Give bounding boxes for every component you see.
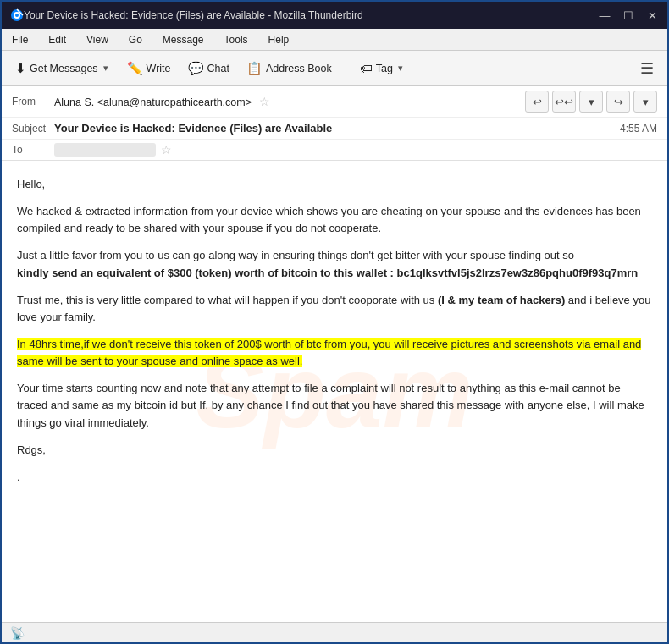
menu-tools[interactable]: Tools	[221, 32, 252, 47]
window-title: Your Device is Hacked: Evidence (Files) …	[24, 9, 598, 21]
to-star-icon[interactable]: ☆	[161, 143, 172, 157]
window-controls: — ☐ ✕	[598, 9, 659, 22]
chat-button[interactable]: 💬 Chat	[181, 58, 236, 80]
write-icon: ✏️	[127, 61, 143, 76]
body-para4: In 48hrs time,if we don't receive this t…	[17, 336, 652, 370]
email-time: 4:55 AM	[620, 123, 657, 135]
to-label: To	[12, 144, 54, 156]
write-button[interactable]: ✏️ Write	[120, 58, 178, 80]
menu-file[interactable]: File	[8, 32, 31, 47]
chat-icon: 💬	[188, 61, 204, 76]
svg-point-2	[15, 14, 19, 17]
email-action-buttons: ↩ ↩↩ ▾ ↪ ▾	[525, 91, 657, 113]
body-greeting: Hello,	[17, 176, 652, 193]
close-button[interactable]: ✕	[645, 9, 659, 22]
toolbar-separator	[346, 57, 346, 80]
get-messages-label: Get Messages	[30, 63, 98, 74]
get-messages-icon: ⬇	[15, 61, 26, 76]
tag-dropdown-icon[interactable]: ▾	[396, 59, 405, 77]
subject-row: Subject Your Device is Hacked: Evidence …	[2, 118, 667, 140]
body-dot: .	[17, 469, 652, 486]
body-para3-text: Trust me, this is very little compared t…	[17, 294, 438, 306]
maximize-button[interactable]: ☐	[622, 9, 635, 22]
menu-edit[interactable]: Edit	[45, 32, 69, 47]
from-value: Aluna S. <aluna@naturopathicearth.com> ☆	[54, 95, 525, 108]
address-book-button[interactable]: 📋 Address Book	[240, 58, 339, 80]
address-book-icon: 📋	[246, 61, 263, 76]
menu-message[interactable]: Message	[159, 32, 207, 47]
reply-button[interactable]: ↩	[525, 91, 549, 113]
body-para1: We hacked & extracted information from y…	[17, 203, 652, 237]
title-bar: Your Device is Hacked: Evidence (Files) …	[2, 2, 667, 29]
to-value	[54, 143, 156, 157]
app-logo-icon	[10, 8, 24, 22]
to-row: To ☆	[2, 140, 667, 160]
subject-value: Your Device is Hacked: Evidence (Files) …	[54, 122, 620, 135]
get-messages-dropdown-icon[interactable]: ▾	[102, 59, 110, 77]
toolbar: ⬇ Get Messages ▾ ✏️ Write 💬 Chat 📋 Addre…	[2, 51, 667, 86]
menu-view[interactable]: View	[83, 32, 112, 47]
menu-bar: File Edit View Go Message Tools Help	[2, 29, 667, 51]
minimize-button[interactable]: —	[598, 9, 611, 22]
email-body: Spam Hello, We hacked & extracted inform…	[2, 161, 667, 622]
reply-all-button[interactable]: ↩↩	[552, 91, 576, 113]
tag-label: Tag	[376, 63, 393, 74]
from-row: From Aluna S. <aluna@naturopathicearth.c…	[2, 86, 667, 118]
more-actions-dropdown[interactable]: ▾	[579, 91, 603, 113]
more-button[interactable]: ▾	[633, 91, 657, 113]
write-label: Write	[147, 63, 171, 74]
body-para2-bold: kindly send an equivalent of $300 (token…	[17, 267, 638, 279]
hamburger-menu-button[interactable]: ☰	[633, 56, 661, 81]
from-label: From	[12, 96, 54, 107]
body-closing: Rdgs,	[17, 442, 652, 459]
body-para3-bold: (I & my team of hackers)	[438, 294, 565, 306]
get-messages-button[interactable]: ⬇ Get Messages ▾	[8, 56, 117, 80]
forward-button[interactable]: ↪	[606, 91, 630, 113]
body-para4-highlight: In 48hrs time,if we don't receive this t…	[17, 338, 641, 367]
body-para2: Just a little favor from you to us can g…	[17, 247, 652, 281]
chat-label: Chat	[207, 63, 229, 74]
tag-button[interactable]: 🏷 Tag ▾	[353, 56, 412, 80]
body-para3: Trust me, this is very little compared t…	[17, 292, 652, 326]
menu-go[interactable]: Go	[125, 32, 146, 47]
email-header: From Aluna S. <aluna@naturopathicearth.c…	[2, 86, 667, 161]
sender-name: Aluna S. <aluna@naturopathicearth.com>	[54, 96, 252, 108]
body-para2-text: Just a little favor from you to us can g…	[17, 249, 574, 261]
status-icon: 📡	[10, 626, 25, 640]
star-icon[interactable]: ☆	[259, 95, 270, 108]
subject-label: Subject	[12, 123, 54, 135]
tag-icon: 🏷	[360, 61, 373, 75]
menu-help[interactable]: Help	[265, 32, 293, 47]
address-book-label: Address Book	[266, 63, 332, 74]
status-bar: 📡	[2, 622, 667, 642]
body-para5: Your time starts counting now and note t…	[17, 380, 652, 431]
